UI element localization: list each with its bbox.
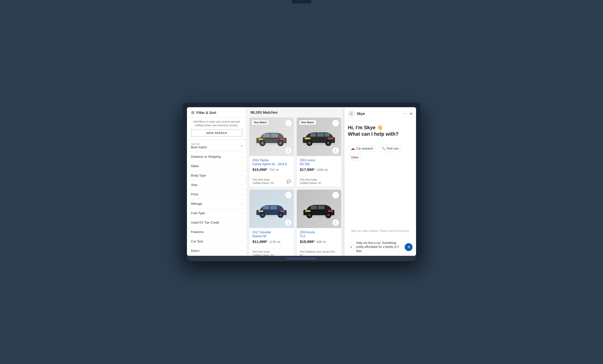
car-footer: Test drive today CarMax Edison, NJ 💬: [249, 176, 294, 187]
main-header: 98,353 Matches: [246, 107, 344, 118]
more-options-button[interactable]: ⋮: [332, 147, 339, 154]
car-icon: 🚗: [351, 147, 355, 150]
skye-avatar: [348, 110, 355, 117]
car-price: $15,998*: [252, 167, 267, 172]
favorite-button[interactable]: ♡: [332, 120, 339, 127]
filter-doors[interactable]: Doors ›: [187, 246, 246, 256]
chevron-right-icon: ›: [241, 221, 242, 224]
car-info: 2016 Acura TLX $18,998* 83K mi: [297, 228, 341, 248]
car-card-2[interactable]: New Match ♡ ⋮ 2013 Lexus RX 350 $17,998*: [297, 118, 341, 187]
save-search-button[interactable]: SAVE SEARCH: [191, 130, 242, 136]
chat-greeting-line1: Hi, I'm Skye 👋: [348, 124, 413, 131]
svg-rect-53: [318, 206, 325, 209]
svg-rect-29: [328, 138, 333, 139]
car-price: $11,998*: [252, 239, 267, 244]
chat-header-left: Skye: [348, 110, 365, 117]
car-title: 2013 Lexus RX 350: [300, 158, 338, 166]
chat-chips: 🚗 Car research 🔍 Find cars Other: [348, 145, 413, 161]
car-card-1[interactable]: New Match ♡ ⋮ 2014 Toyota Camry Hybrid S…: [249, 118, 294, 187]
filter-distance-shipping[interactable]: Distance or Shipping ›: [187, 152, 246, 161]
chat-disclaimer: Skye can make mistakes. Please check for…: [348, 228, 413, 234]
car-mileage: 71K mi: [269, 168, 278, 172]
close-icon[interactable]: ✕: [409, 111, 413, 116]
svg-rect-25: [310, 133, 316, 136]
svg-point-21: [309, 142, 311, 144]
car-mileage: 117K mi: [269, 240, 280, 244]
car-footer: Test drive today CarMax Edison, NJ: [249, 248, 294, 256]
filter-make[interactable]: Make ›: [187, 161, 246, 171]
svg-rect-13: [271, 133, 278, 137]
favorite-button[interactable]: ♡: [285, 120, 292, 127]
car-card-4[interactable]: ♡ ⋮ 2016 Acura TLX $18,998* 83K mi: [297, 190, 341, 256]
favorite-button[interactable]: ♡: [285, 192, 292, 199]
filter-sort-button[interactable]: Filter & Sort: [191, 111, 242, 115]
filter-body-type[interactable]: Body Type ›: [187, 171, 246, 180]
chat-input-text[interactable]: Help me find a car. Something pretty aff…: [356, 241, 403, 253]
more-options-button[interactable]: ⋮: [332, 219, 339, 226]
filter-ev-tax-credit[interactable]: Used EV Tax Credit ›: [187, 218, 246, 227]
car-image-container: New Match ♡ ⋮: [297, 118, 341, 156]
filter-label: Body Type: [191, 174, 206, 177]
car-mileage: 103K mi: [317, 168, 328, 172]
svg-rect-12: [263, 133, 270, 137]
comment-icon[interactable]: 💬: [287, 180, 291, 183]
filter-car-size[interactable]: Car Size ›: [187, 237, 246, 246]
filter-features[interactable]: Features ›: [187, 227, 246, 237]
svg-point-48: [309, 214, 311, 216]
chat-chip-other[interactable]: Other: [348, 154, 362, 161]
svg-rect-27: [325, 133, 330, 136]
more-options-button[interactable]: ⋮: [285, 147, 292, 154]
car-mileage: 83K mi: [317, 240, 326, 244]
more-options-button[interactable]: ⋮: [285, 219, 292, 226]
car-image-container: New Match ♡ ⋮: [249, 118, 294, 156]
svg-point-56: [350, 112, 353, 116]
chevron-right-icon: ›: [241, 174, 242, 177]
svg-rect-42: [280, 210, 285, 212]
filter-label: Make: [191, 164, 199, 168]
chevron-right-icon: ›: [241, 230, 242, 234]
car-info: 2017 Hyundai Elantra SE $11,998* 117K mi: [249, 228, 294, 248]
svg-rect-52: [311, 206, 317, 209]
filter-label: Used EV Tax Credit: [191, 221, 219, 224]
car-card-3[interactable]: ♡ ⋮ 2017 Hyundai Elantra SE $11,998* 117…: [249, 190, 294, 256]
chat-add-button[interactable]: +: [348, 244, 354, 250]
new-match-badge: New Match: [252, 120, 269, 125]
chat-input-container: + Help me find a car. Something pretty a…: [344, 238, 416, 256]
favorite-button[interactable]: ♡: [332, 192, 339, 199]
chip-label: Other: [351, 156, 359, 159]
filter-label: Year: [191, 183, 197, 187]
chevron-right-icon: ›: [241, 202, 242, 205]
filter-mileage[interactable]: Mileage ›: [187, 199, 246, 208]
svg-rect-28: [305, 138, 310, 139]
chat-send-button[interactable]: [405, 243, 413, 251]
chat-chip-find-cars[interactable]: 🔍 Find cars: [378, 145, 402, 152]
matches-count: 98,353 Matches: [250, 110, 278, 114]
filter-price[interactable]: Price ›: [187, 190, 246, 199]
car-info: 2014 Toyota Camry Hybrid Se - 2014.5 $15…: [249, 156, 294, 176]
chat-body: Hi, I'm Skye 👋 What can I help with? 🚗 C…: [344, 120, 416, 238]
chat-spacer: [348, 161, 413, 228]
car-image-container: ♡ ⋮: [297, 190, 341, 228]
svg-rect-26: [317, 133, 324, 136]
car-location: Test drive today CarMax Edison, NJ: [300, 178, 321, 185]
svg-rect-14: [258, 138, 263, 140]
svg-rect-40: [270, 206, 277, 209]
sort-label: Sort by: [191, 142, 207, 145]
filter-label: Mileage: [191, 202, 202, 206]
car-footer: Free Shipping | Est. arrival 2/24-3/1 Ca…: [297, 248, 341, 256]
sidebar: Filter & Sort Add filters to save your s…: [187, 107, 246, 256]
car-location: Free Shipping | Est. arrival 2/24-3/1 Ca…: [300, 250, 338, 256]
chevron-right-icon: ›: [241, 192, 242, 196]
chip-label: Find cars: [387, 147, 399, 150]
chat-greeting: Hi, I'm Skye 👋 What can I help with?: [348, 124, 413, 137]
save-search-description: Add filters to save your search and get …: [191, 120, 242, 128]
filter-exterior-color[interactable]: Exterior Color ›: [187, 256, 246, 256]
more-options-icon[interactable]: ···: [404, 111, 407, 116]
chevron-right-icon: ›: [241, 249, 242, 252]
car-footer: Test drive today CarMax Edison, NJ: [297, 176, 341, 187]
filter-year[interactable]: Year ›: [187, 180, 246, 190]
filter-fuel-type[interactable]: Fuel Type ›: [187, 208, 246, 218]
sort-filter-item[interactable]: Sort by Best match ›: [187, 140, 246, 152]
chat-chip-car-research[interactable]: 🚗 Car research: [348, 145, 376, 152]
chevron-right-icon: ›: [241, 211, 242, 215]
